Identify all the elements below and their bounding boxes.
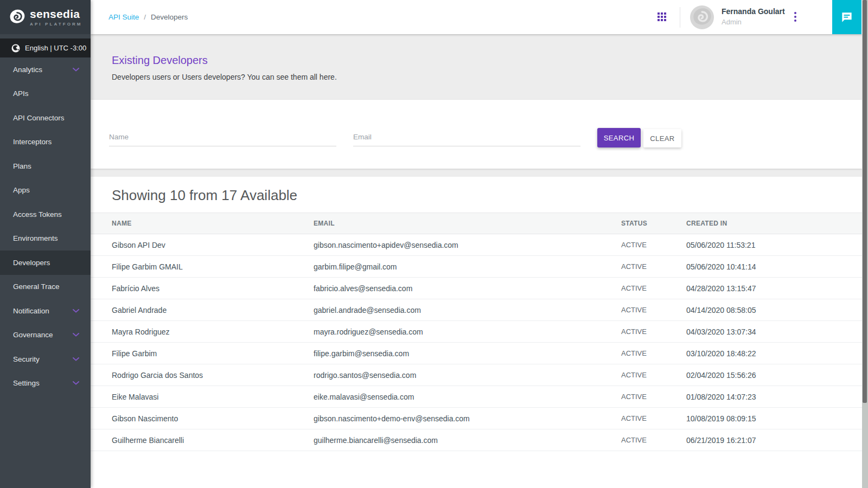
sidebar-item-apps[interactable]: Apps [0, 178, 91, 203]
cell-status: ACTIVE [621, 299, 686, 321]
chevron-down-icon [73, 68, 79, 72]
sidebar-item-api-connectors[interactable]: API Connectors [0, 106, 91, 130]
sidebar-item-plans[interactable]: Plans [0, 154, 91, 178]
cell-name: Guilherme Biancarelli [91, 429, 314, 451]
page-title: Existing Developers [112, 54, 862, 67]
developers-table: NAME EMAIL STATUS CREATED IN Gibson API … [91, 213, 862, 451]
cell-name: Filipe Garbim GMAIL [91, 256, 314, 278]
cell-status: ACTIVE [621, 364, 686, 386]
sidebar-item-governance[interactable]: Governance [0, 323, 91, 348]
globe-icon [11, 44, 20, 53]
table-row[interactable]: Gibson Nascimento gibson.nascimento+demo… [91, 408, 862, 429]
cell-created: 02/04/2020 15:56:26 [686, 364, 862, 386]
sidebar-item-label: Developers [13, 259, 50, 267]
column-header-created-in: CREATED IN [686, 213, 862, 234]
table-header-row: NAME EMAIL STATUS CREATED IN [91, 213, 862, 234]
cell-status: ACTIVE [621, 343, 686, 364]
sidebar-item-label: Settings [13, 379, 40, 387]
column-header-status: STATUS [621, 213, 686, 234]
language-selector[interactable]: English | UTC -3:00 [0, 38, 91, 57]
breadcrumb-separator: / [144, 13, 146, 21]
breadcrumb-api-suite[interactable]: API Suite [108, 13, 139, 21]
sidebar-item-label: APIs [13, 89, 29, 98]
chevron-down-icon [73, 333, 79, 337]
cell-name: Gibson Nascimento [91, 408, 314, 429]
sidebar: sensedia API PLATFORM English | UTC -3:0… [0, 0, 91, 488]
table-row[interactable]: Gabriel Andrade gabriel.andrade@sensedia… [91, 299, 862, 321]
cell-email: eike.malavasi@sensedia.com [314, 386, 621, 408]
chevron-down-icon [73, 357, 79, 361]
cell-created: 06/21/2019 16:21:07 [686, 429, 862, 451]
breadcrumb-current: Developers [151, 13, 188, 21]
sidebar-item-apis[interactable]: APIs [0, 82, 91, 106]
sidebar-item-environments[interactable]: Environments [0, 227, 91, 251]
cell-created: 05/06/2020 11:53:21 [686, 234, 862, 256]
cell-name: Filipe Garbim [91, 343, 314, 364]
chat-icon [840, 10, 854, 24]
brand-tagline: API PLATFORM [30, 22, 82, 27]
sidebar-item-label: Governance [13, 331, 53, 339]
cell-email: gibson.nascimento+demo-env@sensedia.com [314, 408, 621, 429]
table-row[interactable]: Gibson API Dev gibson.nascimento+apidev@… [91, 234, 862, 256]
scrollbar-track[interactable] [862, 0, 868, 488]
breadcrumb: API Suite / Developers [108, 0, 188, 34]
sidebar-item-label: Notification [13, 307, 49, 315]
cell-email: garbim.filipe@gmail.com [314, 256, 621, 278]
user-name: Fernanda Goulart [722, 7, 785, 16]
cell-name: Gibson API Dev [91, 234, 314, 256]
email-filter-input[interactable] [353, 130, 580, 146]
cell-created: 05/06/2020 10:41:14 [686, 256, 862, 278]
sensedia-swirl-icon [8, 8, 26, 26]
scrollbar-thumb[interactable] [863, 0, 867, 403]
cell-name: Rodrigo Garcia dos Santos [91, 364, 314, 386]
cell-status: ACTIVE [621, 256, 686, 278]
table-row[interactable]: Mayra Rodriguez mayra.rodriguez@sensedia… [91, 321, 862, 343]
chat-button[interactable] [832, 0, 861, 34]
table-row[interactable]: Guilherme Biancarelli guilherme.biancare… [91, 429, 862, 451]
sidebar-item-settings[interactable]: Settings [0, 371, 91, 396]
sidebar-item-developers[interactable]: Developers [0, 251, 91, 275]
table-row[interactable]: Fabrício Alves fabricio.alves@sensedia.c… [91, 278, 862, 299]
sidebar-nav: Analytics APIs API Connectors Intercepto… [0, 57, 91, 395]
cell-email: mayra.rodriguez@sensedia.com [314, 321, 621, 343]
avatar[interactable] [690, 5, 714, 29]
topbar: API Suite / Developers Fernanda Goulart … [91, 0, 862, 34]
table-row[interactable]: Filipe Garbim GMAIL garbim.filipe@gmail.… [91, 256, 862, 278]
table-row[interactable]: Rodrigo Garcia dos Santos rodrigo.santos… [91, 364, 862, 386]
cell-status: ACTIVE [621, 386, 686, 408]
sidebar-item-analytics[interactable]: Analytics [0, 57, 91, 82]
sidebar-item-access-tokens[interactable]: Access Tokens [0, 202, 91, 227]
cell-created: 03/10/2020 18:48:22 [686, 343, 862, 364]
clear-button[interactable]: CLEAR [643, 129, 681, 147]
apps-grid-icon[interactable] [658, 12, 666, 21]
sidebar-item-label: General Trace [13, 282, 60, 291]
results-panel: Showing 10 from 17 Available NAME EMAIL … [91, 177, 862, 488]
sidebar-item-label: Interceptors [13, 138, 52, 146]
search-panel: SEARCH CLEAR [91, 100, 862, 169]
table-row[interactable]: Eike Malavasi eike.malavasi@sensedia.com… [91, 386, 862, 408]
user-role: Admin [722, 18, 785, 26]
sidebar-item-notification[interactable]: Notification [0, 299, 91, 323]
chevron-down-icon [73, 381, 79, 385]
cell-email: guilherme.biancarelli@sensedia.com [314, 429, 621, 451]
user-menu[interactable]: Fernanda Goulart Admin [722, 7, 785, 26]
main-content: Existing Developers Developers users or … [91, 34, 862, 488]
table-row[interactable]: Filipe Garbim filipe.garbim@sensedia.com… [91, 343, 862, 364]
cell-created: 04/28/2020 13:15:47 [686, 278, 862, 299]
sidebar-item-general-trace[interactable]: General Trace [0, 275, 91, 299]
kebab-menu-icon[interactable] [794, 12, 796, 23]
sidebar-item-interceptors[interactable]: Interceptors [0, 130, 91, 155]
search-button[interactable]: SEARCH [597, 128, 641, 147]
cell-email: filipe.garbim@sensedia.com [314, 343, 621, 364]
cell-created: 04/03/2020 13:07:34 [686, 321, 862, 343]
cell-status: ACTIVE [621, 234, 686, 256]
cell-name: Fabrício Alves [91, 278, 314, 299]
sidebar-item-label: Access Tokens [13, 210, 62, 219]
column-header-name: NAME [91, 213, 314, 234]
page-subtitle: Developers users or Users developers? Yo… [112, 73, 862, 81]
cell-status: ACTIVE [621, 429, 686, 451]
name-filter-input[interactable] [109, 130, 336, 146]
sidebar-item-security[interactable]: Security [0, 347, 91, 371]
sidebar-item-label: Analytics [13, 66, 42, 74]
brand-logo: sensedia API PLATFORM [0, 0, 91, 34]
